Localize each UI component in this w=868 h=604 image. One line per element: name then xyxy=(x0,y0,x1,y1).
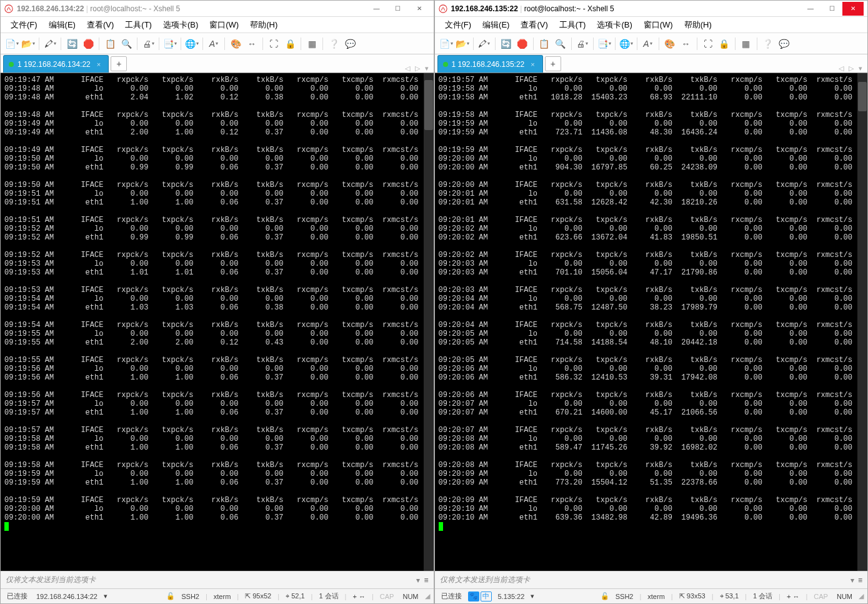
toolbar-separator xyxy=(659,38,659,50)
menu-window[interactable]: 窗口(W) xyxy=(204,18,244,33)
minimize-button[interactable]: — xyxy=(800,2,821,16)
chat-icon[interactable]: 💬 xyxy=(342,36,357,51)
help-icon[interactable]: ❔ xyxy=(326,36,341,51)
transfer-icon[interactable]: ↔ xyxy=(244,36,259,51)
menu-tab[interactable]: 选项卡(B) xyxy=(158,18,203,33)
status-plus[interactable]: + ↔ xyxy=(784,593,802,600)
send-menu-icon[interactable]: ≡ xyxy=(858,576,862,585)
menu-view[interactable]: 查看(V) xyxy=(516,18,552,33)
print-icon[interactable]: 🖨 xyxy=(141,36,156,51)
status-cap: CAP xyxy=(377,593,397,600)
terminal[interactable]: 09:19:57 AM IFACE rxpck/s txpck/s rxkB/s… xyxy=(435,73,868,571)
menu-view[interactable]: 查看(V) xyxy=(82,18,119,33)
tile-icon[interactable]: ▦ xyxy=(739,36,754,51)
highlight-icon[interactable]: 🖍 xyxy=(477,36,492,51)
font-icon[interactable]: A xyxy=(206,36,221,51)
status-num: NUM xyxy=(400,593,421,600)
fullscreen-icon[interactable]: ⛶ xyxy=(701,36,716,51)
send-bar[interactable]: 仅将文本发送到当前选项卡 ▾ ≡ xyxy=(1,571,434,588)
tabs-scroll-left-icon[interactable]: ◁ xyxy=(839,64,844,73)
copy-icon[interactable]: 📋 xyxy=(537,36,552,51)
disconnect-icon[interactable]: 🛑 xyxy=(515,36,530,51)
tabs-scroll-right-icon[interactable]: ▷ xyxy=(415,64,420,73)
new-session-icon[interactable]: 📄 xyxy=(439,36,454,51)
lock-icon[interactable]: 🔒 xyxy=(717,36,732,51)
tab-close-icon[interactable]: × xyxy=(531,61,534,68)
transfer-icon[interactable]: ↔ xyxy=(679,36,694,51)
tabs-menu-icon[interactable]: ▾ xyxy=(425,64,429,73)
status-size: ⇱ 95x52 xyxy=(242,592,274,600)
close-button[interactable]: ✕ xyxy=(409,2,430,16)
menu-window[interactable]: 窗口(W) xyxy=(639,18,678,33)
open-icon[interactable]: 📂 xyxy=(455,36,470,51)
terminal-scrollbar[interactable] xyxy=(857,73,867,571)
menubar: 文件(F) 编辑(E) 查看(V) 工具(T) 选项卡(B) 窗口(W) 帮助(… xyxy=(435,17,868,33)
maximize-button[interactable]: ☐ xyxy=(821,2,842,16)
print-icon[interactable]: 🖨 xyxy=(575,36,590,51)
chat-icon[interactable]: 💬 xyxy=(777,36,792,51)
globe-icon[interactable]: 🌐 xyxy=(619,36,634,51)
copy-icon[interactable]: 📋 xyxy=(102,36,117,51)
lock-icon[interactable]: 🔒 xyxy=(282,36,297,51)
ime-indicator[interactable]: 🐾中 xyxy=(468,591,492,601)
reconnect-icon[interactable]: 🔄 xyxy=(64,36,79,51)
session-tab[interactable]: 1 192.168.246.135:22 × xyxy=(437,55,543,73)
color-icon[interactable]: 🎨 xyxy=(662,36,677,51)
menu-file[interactable]: 文件(F) xyxy=(6,18,42,33)
minimize-button[interactable]: — xyxy=(366,2,387,16)
titlebar[interactable]: 192.168.246.134:22 | root@localhost:~ - … xyxy=(1,1,434,17)
status-dropdown-icon[interactable]: ▾ xyxy=(104,592,107,600)
reconnect-icon[interactable]: 🔄 xyxy=(499,36,514,51)
tabs-scroll-left-icon[interactable]: ◁ xyxy=(405,64,410,73)
highlight-icon[interactable]: 🖍 xyxy=(42,36,57,51)
cursor xyxy=(4,522,9,531)
status-dropdown-icon[interactable]: ▾ xyxy=(531,592,534,600)
send-dropdown-icon[interactable]: ▾ xyxy=(851,576,854,585)
status-size: ⇱ 93x53 xyxy=(677,592,708,600)
status-plus[interactable]: + ↔ xyxy=(350,593,367,600)
menu-tab[interactable]: 选项卡(B) xyxy=(592,18,637,33)
maximize-button[interactable]: ☐ xyxy=(387,2,409,16)
tabs-menu-icon[interactable]: ▾ xyxy=(859,64,862,73)
status-pos: ⌖ 52,1 xyxy=(283,592,307,600)
menu-tool[interactable]: 工具(T) xyxy=(120,18,157,33)
props-icon[interactable]: 📑 xyxy=(597,36,612,51)
menu-help[interactable]: 帮助(H) xyxy=(245,18,282,33)
globe-icon[interactable]: 🌐 xyxy=(184,36,199,51)
font-icon[interactable]: A xyxy=(641,36,656,51)
toolbar: 📄📂🖍🔄🛑📋🔍🖨📑🌐A🎨↔⛶🔒▦❔💬 xyxy=(1,33,434,54)
session-tab[interactable]: 1 192.168.246.134:22 × xyxy=(3,55,109,73)
menu-file[interactable]: 文件(F) xyxy=(440,18,477,33)
titlebar[interactable]: 192.168.246.135:22 | root@localhost:~ - … xyxy=(435,1,868,17)
close-button[interactable]: ✕ xyxy=(842,2,864,16)
resize-grip-icon[interactable]: ◢ xyxy=(859,592,864,600)
find-icon[interactable]: 🔍 xyxy=(553,36,568,51)
send-bar[interactable]: 仅将文本发送到当前选项卡 ▾ ≡ xyxy=(435,571,868,588)
send-dropdown-icon[interactable]: ▾ xyxy=(416,576,420,585)
new-tab-button[interactable]: + xyxy=(111,56,127,71)
resize-grip-icon[interactable]: ◢ xyxy=(425,592,430,600)
new-tab-button[interactable]: + xyxy=(545,56,561,71)
terminal-scrollbar[interactable] xyxy=(424,73,434,571)
tabs-scroll-right-icon[interactable]: ▷ xyxy=(849,64,854,73)
new-session-icon[interactable]: 📄 xyxy=(4,36,19,51)
tab-close-icon[interactable]: × xyxy=(97,61,101,68)
find-icon[interactable]: 🔍 xyxy=(119,36,134,51)
send-placeholder: 仅将文本发送到当前选项卡 xyxy=(440,575,847,585)
disconnect-icon[interactable]: 🛑 xyxy=(81,36,96,51)
scrollbar-thumb[interactable] xyxy=(424,80,433,130)
color-icon[interactable]: 🎨 xyxy=(228,36,243,51)
menu-tool[interactable]: 工具(T) xyxy=(554,18,591,33)
menu-edit[interactable]: 编辑(E) xyxy=(44,18,81,33)
help-icon[interactable]: ❔ xyxy=(761,36,776,51)
toolbar-separator xyxy=(224,38,225,50)
menu-help[interactable]: 帮助(H) xyxy=(679,18,717,33)
menu-edit[interactable]: 编辑(E) xyxy=(477,18,514,33)
props-icon[interactable]: 📑 xyxy=(162,36,177,51)
tile-icon[interactable]: ▦ xyxy=(304,36,319,51)
terminal[interactable]: 09:19:47 AM IFACE rxpck/s txpck/s rxkB/s… xyxy=(1,73,434,571)
send-menu-icon[interactable]: ≡ xyxy=(424,576,428,585)
open-icon[interactable]: 📂 xyxy=(21,36,36,51)
scrollbar-thumb[interactable] xyxy=(858,82,867,112)
fullscreen-icon[interactable]: ⛶ xyxy=(266,36,281,51)
